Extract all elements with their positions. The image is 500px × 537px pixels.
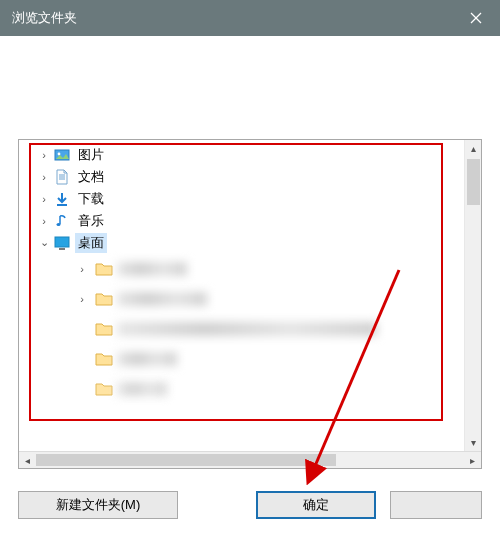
scroll-left-icon[interactable]: ◂ — [19, 452, 36, 468]
chevron-right-icon[interactable]: › — [75, 263, 89, 275]
chevron-right-icon[interactable]: › — [37, 171, 51, 183]
svg-rect-10 — [59, 248, 65, 250]
button-row: 新建文件夹(M) 确定 — [18, 491, 482, 519]
tree-item-documents[interactable]: › 文档 — [19, 166, 481, 188]
svg-point-3 — [58, 153, 61, 156]
button-label: 确定 — [303, 496, 329, 514]
tree-item-music[interactable]: › 音乐 — [19, 210, 481, 232]
dialog-body: › 图片 › 文档 › 下载 › — [0, 36, 500, 537]
scrollbar-thumb[interactable] — [36, 454, 336, 466]
folder-icon — [95, 290, 113, 308]
window-title: 浏览文件夹 — [12, 9, 77, 27]
tree-item-label: 音乐 — [75, 211, 107, 231]
scrollbar-thumb[interactable] — [467, 159, 480, 205]
folder-icon — [95, 350, 113, 368]
folder-icon — [95, 380, 113, 398]
titlebar: 浏览文件夹 — [0, 0, 500, 36]
horizontal-scrollbar[interactable]: ◂ ▸ — [19, 451, 481, 468]
music-icon — [53, 212, 71, 230]
desktop-icon — [53, 234, 71, 252]
close-icon — [470, 12, 482, 24]
tree-subitem[interactable]: › — [19, 284, 481, 314]
redacted-label — [117, 322, 377, 336]
tree-subitem[interactable] — [19, 344, 481, 374]
redacted-label — [117, 352, 177, 366]
redacted-label — [117, 292, 207, 306]
pictures-icon — [53, 146, 71, 164]
redacted-label — [117, 262, 187, 276]
cancel-button[interactable] — [390, 491, 482, 519]
tree-item-downloads[interactable]: › 下载 — [19, 188, 481, 210]
tree-subitem[interactable]: › — [19, 254, 481, 284]
tree-subitem[interactable] — [19, 374, 481, 404]
redacted-label — [117, 382, 167, 396]
chevron-right-icon[interactable]: › — [37, 193, 51, 205]
tree-subitem[interactable] — [19, 314, 481, 344]
tree-item-label: 文档 — [75, 167, 107, 187]
folder-tree[interactable]: › 图片 › 文档 › 下载 › — [19, 140, 481, 451]
documents-icon — [53, 168, 71, 186]
button-label: 新建文件夹(M) — [56, 496, 141, 514]
folder-icon — [95, 260, 113, 278]
scroll-up-icon[interactable]: ▴ — [465, 140, 481, 157]
tree-item-desktop[interactable]: ⌄ 桌面 — [19, 232, 481, 254]
scroll-down-icon[interactable]: ▾ — [465, 434, 481, 451]
close-button[interactable] — [452, 0, 500, 36]
vertical-scrollbar[interactable]: ▴ ▾ — [464, 140, 481, 451]
chevron-down-icon[interactable]: ⌄ — [37, 236, 51, 249]
chevron-right-icon[interactable]: › — [75, 293, 89, 305]
tree-item-label: 图片 — [75, 145, 107, 165]
svg-rect-9 — [55, 237, 69, 247]
chevron-right-icon[interactable]: › — [37, 215, 51, 227]
svg-point-8 — [57, 223, 61, 226]
tree-item-pictures[interactable]: › 图片 — [19, 144, 481, 166]
folder-tree-container: › 图片 › 文档 › 下载 › — [18, 139, 482, 469]
ok-button[interactable]: 确定 — [256, 491, 376, 519]
chevron-right-icon[interactable]: › — [37, 149, 51, 161]
downloads-icon — [53, 190, 71, 208]
folder-icon — [95, 320, 113, 338]
scroll-right-icon[interactable]: ▸ — [464, 452, 481, 468]
tree-item-label: 下载 — [75, 189, 107, 209]
new-folder-button[interactable]: 新建文件夹(M) — [18, 491, 178, 519]
tree-item-label: 桌面 — [75, 233, 107, 253]
